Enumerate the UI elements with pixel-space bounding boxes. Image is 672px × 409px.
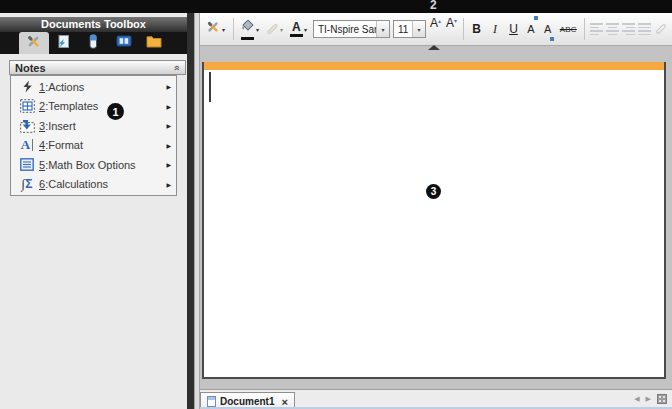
submenu-arrow-icon: ▶ (166, 103, 171, 110)
menu-item-math-box-options[interactable]: 5:Math Box Options ▶ (11, 155, 176, 175)
next-page-icon[interactable]: ▶ (646, 394, 651, 404)
dropdown-arrow-icon[interactable]: ▾ (412, 21, 425, 37)
collapse-chevron-icon: » (172, 65, 182, 71)
insert-page-icon (56, 34, 71, 53)
sidebar-divider (187, 0, 194, 409)
menu-item-templates[interactable]: 2:Templates ▶ (11, 97, 176, 117)
menu-item-label: 3:Insert (39, 120, 76, 132)
integral-sigma-icon: ∫Σ (17, 176, 37, 192)
submenu-arrow-icon: ▶ (166, 181, 171, 188)
caret-down-icon: ▾ (454, 17, 457, 24)
line-color-button[interactable]: ▾ (265, 16, 286, 42)
decrease-font-size-button[interactable]: A ▾ (445, 16, 458, 42)
callout-step-1: 1 (107, 103, 124, 120)
documents-toolbox-title: Documents Toolbox (0, 17, 187, 32)
folder-icon (146, 34, 162, 52)
callout-step-2: 2 (430, 0, 437, 12)
tab-insert-page[interactable] (49, 32, 79, 54)
document-tab-label: Document1 (220, 396, 274, 407)
align-left-button[interactable] (590, 16, 603, 42)
toolbar-collapse-handle-icon[interactable] (428, 45, 440, 50)
text-color-button[interactable]: A ▾ (289, 16, 310, 42)
callout-step-3: 3 (426, 184, 441, 199)
format-a-icon: A (17, 137, 37, 153)
documents-toolbox-sidebar: Documents Toolbox (0, 13, 187, 409)
align-center-icon (606, 23, 619, 35)
insert-arrow-icon (17, 119, 37, 133)
subscript-mark-icon (550, 37, 554, 41)
main-toolbar: ▾ ▾ ▾ A ▾ (200, 13, 672, 46)
tab-page-sorter[interactable] (79, 32, 109, 54)
menu-item-label: 6:Calculations (39, 178, 108, 190)
menu-item-label: 2:Templates (39, 100, 98, 112)
fill-color-button[interactable]: ▾ (239, 16, 262, 42)
page-sorter-slider-icon (89, 34, 98, 53)
align-right-icon (622, 23, 635, 35)
previous-page-icon[interactable]: ◀ (634, 394, 639, 404)
text-color-a-icon: A (292, 22, 301, 33)
toolbar-separator (233, 18, 234, 40)
submenu-arrow-icon: ▶ (166, 83, 171, 90)
align-center-button[interactable] (606, 16, 619, 42)
menu-item-insert[interactable]: 3:Insert ▶ (11, 116, 176, 136)
notes-page[interactable] (202, 62, 666, 379)
submenu-arrow-icon: ▶ (166, 142, 171, 149)
tools-wrench-icon (205, 19, 221, 39)
menu-item-label: 4:Format (39, 139, 83, 151)
font-size-select[interactable]: 11 ▾ (393, 20, 426, 38)
notes-panel-header[interactable]: Notes » (9, 60, 186, 75)
font-family-select[interactable]: TI-Nspire Sans ▾ (313, 20, 390, 38)
strikethrough-button[interactable]: ABC (557, 16, 579, 42)
bold-button[interactable]: B (469, 16, 484, 42)
main-area: ▾ ▾ ▾ A ▾ (200, 13, 672, 409)
tools-wrench-icon (25, 33, 42, 54)
caret-up-icon: ▴ (438, 17, 441, 24)
close-icon[interactable]: × (281, 397, 287, 407)
page-tab-bar: Document1 × ◀ ▶ (200, 389, 672, 409)
document-icon (207, 396, 216, 407)
submenu-arrow-icon: ▶ (166, 161, 171, 168)
increase-font-size-button[interactable]: A ▴ (429, 16, 442, 42)
top-bar: 2 (0, 0, 672, 13)
align-justify-icon (638, 23, 651, 35)
text-cursor (209, 72, 211, 102)
math-box-icon (17, 158, 37, 171)
font-family-value: TI-Nspire Sans (314, 24, 376, 35)
insert-link-button[interactable] (654, 16, 668, 42)
tab-document-tools[interactable] (19, 32, 49, 54)
font-size-value: 11 (394, 24, 412, 35)
menu-item-label: 1:Actions (39, 81, 84, 93)
caret-down-icon: ▾ (304, 26, 307, 33)
underline-button[interactable]: U (506, 16, 521, 42)
page-accent-bar (204, 62, 664, 70)
lightning-icon (17, 80, 37, 93)
tab-libraries[interactable] (109, 32, 139, 54)
page-navigation: ◀ ▶ (634, 394, 667, 404)
libraries-icon (116, 34, 132, 52)
page-sorter-view-icon[interactable] (657, 394, 667, 404)
menu-item-actions[interactable]: 1:Actions ▶ (11, 77, 176, 97)
menu-item-calculations[interactable]: ∫Σ 6:Calculations ▶ (11, 175, 176, 195)
fill-color-swatch (241, 37, 254, 40)
superscript-mark-icon (534, 16, 538, 20)
document-workspace (200, 46, 672, 389)
pen-icon (266, 23, 278, 35)
toolbox-tab-bar (0, 32, 187, 54)
menu-item-label: 5:Math Box Options (39, 159, 136, 171)
caret-down-icon: ▾ (256, 26, 259, 33)
superscript-button[interactable]: A (524, 16, 538, 42)
caret-down-icon: ▾ (280, 26, 283, 33)
tab-content-explorer[interactable] (139, 32, 169, 54)
link-icon (655, 23, 666, 34)
menu-item-format[interactable]: A 4:Format ▶ (11, 136, 176, 156)
text-color-swatch (290, 34, 303, 37)
italic-button[interactable]: I (487, 16, 502, 42)
toolbar-separator (584, 18, 585, 40)
notes-panel-title: Notes (15, 62, 46, 74)
dropdown-arrow-icon[interactable]: ▾ (376, 21, 389, 37)
align-right-button[interactable] (622, 16, 635, 42)
document-tools-button[interactable]: ▾ (204, 16, 228, 42)
subscript-button[interactable]: A (541, 16, 555, 42)
submenu-arrow-icon: ▶ (166, 122, 171, 129)
align-justify-button[interactable] (638, 16, 651, 42)
